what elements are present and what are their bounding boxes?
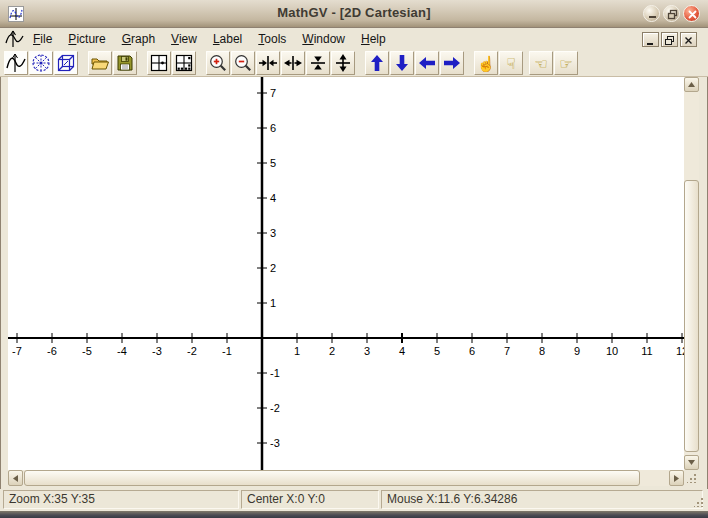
grid-detail-icon: [174, 53, 194, 73]
menu-label[interactable]: Label: [205, 29, 250, 49]
x-tick-label: -7: [12, 345, 22, 357]
x-tick-label: 3: [364, 345, 370, 357]
x-tick-label: 2: [329, 345, 335, 357]
mdi-restore-button[interactable]: [661, 32, 678, 47]
mdi-minimize-icon: [643, 34, 658, 47]
y-tick-label: -1: [270, 367, 280, 379]
vertical-scroll-thumb[interactable]: [684, 180, 699, 452]
minimize-icon: [644, 6, 661, 23]
triangle-up-icon: [688, 82, 695, 87]
grid-settings-button[interactable]: [172, 51, 196, 75]
mdi-close-icon: [681, 34, 696, 47]
x-tick-label: 6: [469, 345, 475, 357]
plot-canvas[interactable]: -7-6-5-4-3-2-11234567891011127654321-1-2…: [8, 77, 684, 470]
pan-up-button[interactable]: [365, 51, 389, 75]
menu-view[interactable]: View: [163, 29, 205, 49]
x-tick-label: 9: [574, 345, 580, 357]
expand-x-button[interactable]: [281, 51, 305, 75]
triangle-down-icon: [688, 460, 695, 465]
axes-settings-button[interactable]: [147, 51, 171, 75]
x-tick-label: -3: [152, 345, 162, 357]
x-tick-label: 10: [606, 345, 618, 357]
floppy-disk-icon: [115, 53, 135, 73]
new-3d-button[interactable]: [54, 51, 78, 75]
x-tick-label: -2: [187, 345, 197, 357]
new-2d-cartesian-button[interactable]: [4, 51, 28, 75]
point-down-button[interactable]: ☟: [499, 51, 523, 75]
triangle-right-icon: [674, 475, 679, 482]
x-tick-label: 4: [399, 345, 405, 357]
open-button[interactable]: [88, 51, 112, 75]
menu-tools[interactable]: Tools: [250, 29, 294, 49]
zoom-in-icon: [208, 53, 228, 73]
y-tick-label: 5: [270, 157, 276, 169]
compress-x-button[interactable]: [256, 51, 280, 75]
menu-bar: File Picture Graph View Label Tools Wind…: [0, 28, 708, 50]
compress-y-icon: [308, 53, 328, 73]
scroll-left-button[interactable]: [8, 470, 23, 486]
expand-y-icon: [333, 53, 353, 73]
y-tick-label: 7: [270, 87, 276, 99]
menu-picture[interactable]: Picture: [60, 29, 113, 49]
pan-right-button[interactable]: [440, 51, 464, 75]
compress-y-button[interactable]: [306, 51, 330, 75]
document-system-icon[interactable]: [5, 30, 25, 48]
hand-right-icon: ☞: [559, 56, 572, 71]
pan-down-button[interactable]: [390, 51, 414, 75]
save-button[interactable]: [113, 51, 137, 75]
hand-left-icon: ☜: [534, 56, 547, 71]
hand-down-icon: ☟: [506, 56, 515, 71]
x-tick-label: -6: [47, 345, 57, 357]
horizontal-scrollbar[interactable]: [8, 470, 684, 486]
new-polar-button[interactable]: [29, 51, 53, 75]
menu-file[interactable]: File: [25, 29, 60, 49]
x-tick-label: 1: [294, 345, 300, 357]
cartesian-curve-icon: [6, 53, 26, 73]
horizontal-scroll-thumb[interactable]: [24, 470, 640, 486]
arrow-up-icon: [367, 53, 387, 73]
mdi-close-button[interactable]: [680, 32, 697, 47]
scroll-down-button[interactable]: [684, 455, 699, 470]
y-tick-label: 2: [270, 262, 276, 274]
menu-graph[interactable]: Graph: [114, 29, 163, 49]
point-right-button[interactable]: ☞: [554, 51, 578, 75]
x-tick-label: 11: [641, 345, 652, 357]
status-mouse: Mouse X:11.6 Y:6.34286: [381, 490, 703, 509]
resize-grip-icon[interactable]: [687, 473, 697, 483]
arrow-left-icon: [417, 53, 437, 73]
arrow-right-icon: [442, 53, 462, 73]
mdi-minimize-button[interactable]: [642, 32, 659, 47]
y-tick-label: -3: [270, 437, 280, 449]
window-title: MathGV - [2D Cartesian]: [0, 5, 708, 20]
axes-grid-icon: [149, 53, 169, 73]
statusbar-resize-grip-icon[interactable]: [694, 497, 704, 507]
y-tick-label: -2: [270, 402, 280, 414]
x-tick-label: 12: [676, 345, 684, 357]
x-tick-label: -4: [117, 345, 127, 357]
point-left-button[interactable]: ☜: [529, 51, 553, 75]
x-tick-label: 5: [434, 345, 440, 357]
status-bar: Zoom X:35 Y:35 Center X:0 Y:0 Mouse X:11…: [0, 489, 708, 511]
mdi-restore-icon: [662, 34, 677, 47]
point-up-button[interactable]: ☝: [474, 51, 498, 75]
triangle-left-icon: [13, 475, 18, 482]
toolbar: ☝ ☟ ☜ ☞: [0, 50, 708, 77]
vertical-scrollbar[interactable]: [684, 77, 699, 470]
y-tick-label: 6: [270, 122, 276, 134]
compress-x-icon: [258, 53, 278, 73]
zoom-out-button[interactable]: [231, 51, 255, 75]
restore-button[interactable]: [663, 5, 680, 22]
scroll-right-button[interactable]: [669, 470, 684, 486]
scroll-up-button[interactable]: [684, 77, 699, 92]
close-button[interactable]: [683, 5, 700, 22]
menu-window[interactable]: Window: [294, 29, 353, 49]
pan-left-button[interactable]: [415, 51, 439, 75]
x-tick-label: -1: [222, 345, 232, 357]
zoom-in-button[interactable]: [206, 51, 230, 75]
minimize-button[interactable]: [643, 5, 660, 22]
menu-help[interactable]: Help: [353, 29, 394, 49]
expand-y-button[interactable]: [331, 51, 355, 75]
restore-icon: [664, 6, 681, 23]
window-frame-bottom: [0, 511, 708, 518]
hand-up-icon: ☝: [477, 56, 496, 71]
